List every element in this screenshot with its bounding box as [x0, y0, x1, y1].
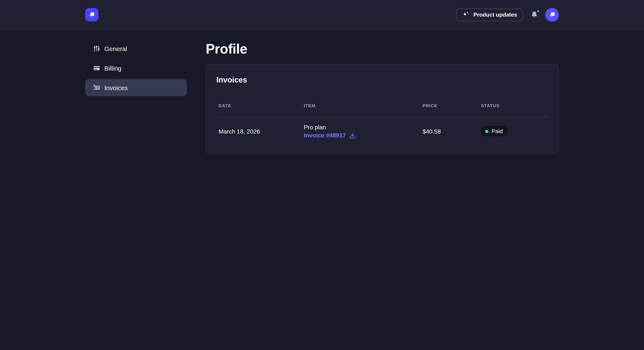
strapi-logo-icon	[87, 10, 96, 19]
navbar-actions: Product updates	[456, 8, 559, 21]
invoices-table-header: DATE ITEM PRICE STATUS	[216, 85, 548, 117]
invoice-table-row: March 18, 2026 Pro plan Invoice #48917	[216, 117, 548, 146]
sidebar-item-label: Billing	[104, 64, 122, 72]
notifications-button[interactable]	[530, 11, 538, 18]
sidebar-item-general[interactable]: General	[85, 40, 187, 57]
brand-logo[interactable]	[85, 8, 98, 21]
top-navbar: Product updates	[0, 0, 644, 30]
invoice-status-cell: Paid	[479, 126, 548, 137]
invoice-price-cell: $40.58	[420, 128, 479, 135]
main-panel: Profile Invoices DATE ITEM PRICE STATUS …	[206, 30, 559, 154]
invoice-download-link[interactable]: Invoice #48917	[304, 132, 356, 139]
product-updates-label: Product updates	[474, 11, 517, 18]
product-updates-button[interactable]: Product updates	[456, 8, 523, 21]
column-header-date: DATE	[216, 103, 302, 108]
bell-icon	[530, 11, 538, 18]
download-icon[interactable]	[349, 132, 356, 138]
strapi-avatar-icon	[548, 10, 556, 19]
sidebar-item-invoices[interactable]: $ Invoices	[85, 79, 187, 96]
invoice-plan-name: Pro plan	[304, 124, 420, 131]
invoices-card: Invoices DATE ITEM PRICE STATUS March 18…	[206, 64, 559, 154]
column-header-item: ITEM	[302, 103, 420, 108]
credit-card-icon	[93, 64, 100, 72]
notification-unread-dot	[537, 10, 539, 12]
column-header-price: PRICE	[420, 103, 479, 108]
sliders-icon	[93, 45, 100, 52]
user-avatar[interactable]	[545, 8, 559, 21]
status-badge-label: Paid	[492, 128, 502, 134]
svg-text:$: $	[93, 84, 95, 88]
page-title: Profile	[206, 40, 559, 57]
sidebar-item-label: Invoices	[104, 84, 128, 91]
sparkles-icon	[462, 11, 470, 18]
invoice-item-cell: Pro plan Invoice #48917	[302, 124, 420, 139]
status-badge: Paid	[481, 126, 508, 137]
invoice-link-label: Invoice #48917	[304, 132, 346, 139]
settings-sidebar: General Billing $	[85, 30, 187, 99]
invoice-date-cell: March 18, 2026	[216, 128, 302, 135]
invoices-card-title: Invoices	[216, 75, 548, 85]
column-header-status: STATUS	[479, 103, 548, 108]
sidebar-item-label: General	[104, 45, 127, 52]
page-content: General Billing $	[0, 30, 644, 154]
sidebar-item-billing[interactable]: Billing	[85, 59, 187, 77]
invoice-icon: $	[93, 84, 100, 91]
paid-status-dot-icon	[485, 130, 488, 133]
app-root: Product updates	[0, 0, 644, 350]
